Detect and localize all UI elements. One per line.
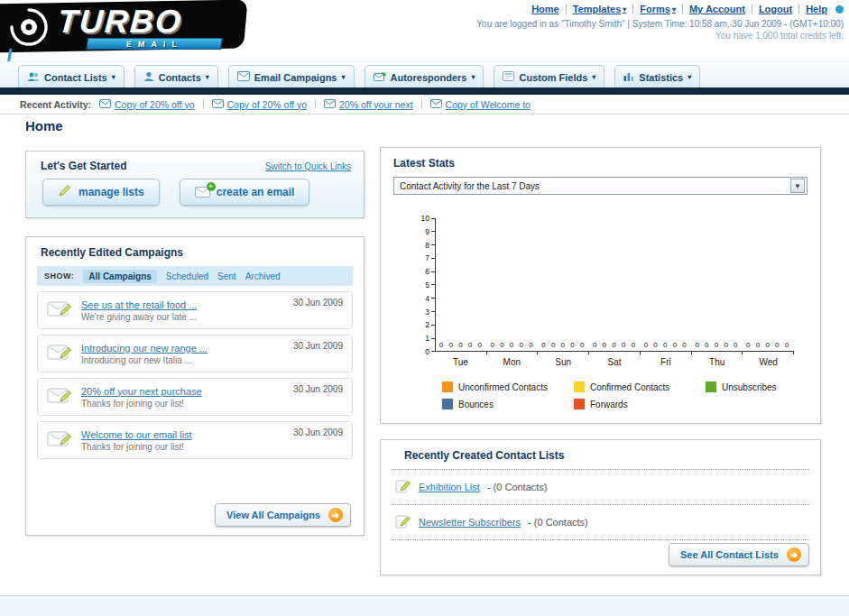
credits-info: You have 1,000 total credits left. (476, 31, 844, 41)
top-link-templates[interactable]: Templates▾ (573, 4, 627, 14)
recent-activity-item[interactable]: Copy of 20% off yo (99, 99, 195, 110)
tab-statistics[interactable]: Statistics ▾ (614, 65, 700, 88)
button-label: View All Campaigns (226, 510, 320, 520)
legend-item: Unconfirmed Contacts (442, 382, 574, 392)
pencil-icon (395, 512, 411, 532)
recent-activity-item[interactable]: Copy of 20% off yo (212, 99, 308, 110)
legend-item: Unsubscribes (706, 382, 820, 392)
filter-archived[interactable]: Archived (245, 271, 281, 281)
recent-activity-item[interactable]: Copy of Welcome to (430, 99, 531, 110)
contact-list-item[interactable]: Exhibition List - (0 Contacts) (392, 470, 809, 505)
pencil-icon (58, 184, 72, 200)
get-started-title: Let's Get Started (41, 160, 127, 172)
recent-activity-link[interactable]: Copy of 20% off yo (115, 99, 195, 110)
caret-down-icon: ▾ (341, 73, 345, 81)
legend-item: Forwards (574, 399, 706, 409)
nav-divider-bar (0, 87, 849, 95)
logo-title: TURBO (57, 3, 184, 41)
legend-swatch (706, 382, 716, 392)
legend-item: Confirmed Contacts (574, 382, 706, 392)
legend-swatch (442, 382, 453, 392)
chart-value-labels: 0 0 0 0 0 (487, 341, 539, 349)
campaign-row[interactable]: 20% off your next purchase Thanks for jo… (37, 378, 353, 416)
caret-down-icon: ▾ (206, 73, 209, 81)
login-info: You are logged in as "Timothy Smith" | S… (476, 19, 844, 29)
separator (752, 5, 752, 14)
legend-label: Forwards (590, 400, 628, 409)
filter-sent[interactable]: Sent (217, 271, 236, 281)
view-all-campaigns-button[interactable]: View All Campaigns ➔ (215, 503, 351, 527)
campaign-title-link[interactable]: See us at the retail food ... (81, 299, 197, 310)
chart-y-tick: 7 (415, 254, 435, 262)
campaign-row[interactable]: See us at the retail food ... We're givi… (37, 291, 353, 329)
contact-list-meta: - (0 Contacts) (528, 517, 588, 528)
campaign-date: 30 Jun 2009 (293, 298, 343, 308)
main-nav-tabs: Contact Lists ▾ Contacts ▾ Email Campaig… (0, 62, 849, 88)
get-started-panel: Let's Get Started Switch to Quick Links … (25, 151, 365, 218)
legend-label: Confirmed Contacts (590, 382, 669, 392)
chart-category-column: 0 0 0 0 0 (692, 218, 743, 351)
chart-category-column: 0 0 0 0 0 (589, 218, 641, 351)
recent-activity-link[interactable]: 20% off your next (339, 99, 413, 110)
separator (798, 5, 799, 14)
see-all-contact-lists-button[interactable]: See All Contact Lists ➔ (669, 543, 809, 566)
filter-all-campaigns[interactable]: All Campaigns (83, 270, 156, 283)
campaign-date: 30 Jun 2009 (293, 428, 343, 437)
top-link-logout[interactable]: Logout (759, 4, 792, 14)
chart-x-label: Sat (589, 352, 641, 367)
campaign-envelope-icon (47, 298, 72, 323)
recent-activity-link[interactable]: Copy of Welcome to (446, 99, 531, 110)
chart-category-column: 0 0 0 0 0 (436, 218, 487, 351)
chart-y-tick: 6 (415, 268, 435, 275)
campaign-title-link[interactable]: Introducing our new range ... (81, 343, 208, 354)
tab-contact-lists[interactable]: Contact Lists ▾ (18, 65, 125, 88)
filter-scheduled[interactable]: Scheduled (166, 271, 208, 281)
latest-stats-title: Latest Stats (381, 148, 820, 170)
envelope-icon (212, 99, 224, 110)
contact-list-link[interactable]: Newsletter Subscribers (419, 517, 521, 528)
separator (566, 5, 567, 14)
chart-y-tick: 3 (415, 308, 435, 316)
tab-label: Statistics (639, 72, 683, 83)
tab-email-campaigns[interactable]: Email Campaigns ▾ (228, 65, 355, 88)
chart-x-label: Mon (486, 352, 538, 367)
dropdown-arrow-icon: ▼ (790, 179, 805, 193)
top-link-forms[interactable]: Forms▾ (640, 4, 676, 14)
stats-period-dropdown[interactable]: Contact Activity for the Last 7 Days ▼ (393, 177, 807, 195)
contact-lists-title: Recently Created Contact Lists (392, 440, 809, 470)
top-link-my-account[interactable]: My Account (689, 4, 745, 14)
tab-autoresponders[interactable]: Autoresponders ▾ (365, 65, 484, 88)
chart-x-label: Thu (691, 352, 743, 367)
recent-activity-item[interactable]: 20% off your next (324, 99, 413, 110)
custom-fields-icon (503, 71, 514, 83)
campaign-row[interactable]: Welcome to our email list Thanks for joi… (37, 421, 353, 459)
email-campaigns-icon (237, 71, 250, 83)
legend-swatch (574, 382, 585, 392)
contact-list-item[interactable]: Newsletter Subscribers - (0 Contacts) (392, 505, 809, 540)
legend-swatch (574, 399, 585, 409)
create-email-button[interactable]: + create an email (180, 179, 310, 206)
caret-down-icon: ▾ (471, 73, 475, 81)
switch-quick-links[interactable]: Switch to Quick Links (265, 161, 351, 171)
tab-custom-fields[interactable]: Custom Fields ▾ (494, 65, 604, 88)
tab-contacts[interactable]: Contacts ▾ (134, 65, 218, 88)
campaign-title-link[interactable]: Welcome to our email list (81, 429, 192, 440)
chart-x-label: Wed (743, 352, 794, 367)
contact-list-link[interactable]: Exhibition List (419, 482, 480, 492)
recent-activity-link[interactable]: Copy of 20% off yo (227, 99, 308, 110)
legend-label: Bounces (458, 400, 494, 409)
chart-y-tick: 2 (415, 321, 435, 328)
caret-down-icon: ▾ (112, 73, 115, 81)
chart-y-tick: 1 (415, 335, 435, 342)
tab-label: Contact Lists (44, 72, 107, 83)
top-link-help[interactable]: Help (806, 4, 827, 14)
contact-lists-icon (27, 71, 40, 84)
dropdown-value: Contact Activity for the Last 7 Days (400, 181, 540, 191)
campaign-row[interactable]: Introducing our new range ... Introducin… (37, 335, 353, 372)
turbo-swirl-icon (7, 5, 51, 52)
campaign-title-link[interactable]: 20% off your next purchase (81, 386, 202, 397)
chart-value-labels: 0 0 0 0 0 (743, 341, 794, 349)
manage-lists-button[interactable]: manage lists (42, 179, 160, 206)
campaign-subtitle: We're giving away our late ... (81, 312, 197, 322)
top-link-home[interactable]: Home (531, 4, 559, 14)
